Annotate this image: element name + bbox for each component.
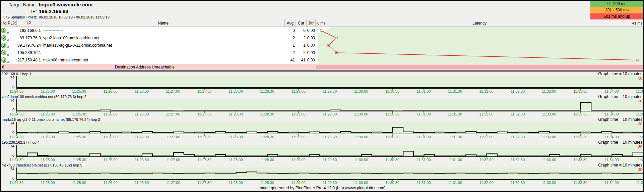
hop-graph-hop1[interactable]: 192.168.0.1 hop 1Graph time = 10 minutes… <box>1 71 643 94</box>
plot-area[interactable]: 30 <box>16 99 643 111</box>
time-axis-label: 11:26.00 <box>103 89 117 93</box>
time-axis-label: 11:29.30 <box>323 89 337 93</box>
time-axis-label: 11:25.00 <box>41 89 55 93</box>
target-name-value: logon3.wowcircle.com <box>39 2 92 7</box>
hop-ip: 192.168.0.1 <box>17 27 42 34</box>
time-axis-label: 11:33.30 <box>573 181 587 185</box>
hop-jitter: 0,00 <box>307 34 316 42</box>
latency-chart[interactable] <box>318 27 643 64</box>
time-axis-label: 11:27.00 <box>166 112 180 116</box>
y-axis-max-label: 74 <box>10 144 14 148</box>
hop-graph-hop2[interactable]: vpn2-loop100.omsk.corbina.net (89.179.76… <box>1 94 643 117</box>
hop-jitter: 0,00 <box>307 27 316 34</box>
hop-graph-hop4[interactable]: 195.239.162.177 hop 4Graph time = 10 min… <box>1 140 643 163</box>
unreachable-message: Destination Address Unreachable <box>1 64 289 70</box>
latency-step-line <box>17 145 643 156</box>
bar-chart-icon <box>7 38 11 41</box>
hop-name: mskn08.transtelecom.net <box>42 56 285 64</box>
time-axis-label: 11:25.00 <box>41 135 55 139</box>
latency-step-line <box>17 76 643 88</box>
time-axis-label: 11:27.30 <box>197 181 211 185</box>
hop-graph-title: 192.168.0.1 hop 1 <box>2 71 31 76</box>
column-header-cur[interactable]: Cur <box>296 19 307 27</box>
time-axis-label: 11:33.30 <box>573 135 587 139</box>
time-axis-label: 11:32.00 <box>479 181 493 185</box>
time-axis-label: 11:30.00 <box>354 181 368 185</box>
time-axis-label: 11:27.00 <box>166 89 180 93</box>
column-header-jttr[interactable]: Jttr <box>307 19 316 27</box>
time-axis-label: 11:33.00 <box>542 89 556 93</box>
time-axis-label: 11:34.30 <box>636 89 643 93</box>
hop-graph-title: marks18-ag-gi1-0-11.omsk.corbina.net (89… <box>2 117 100 122</box>
time-axis: 11:24.3011:25.0011:25.3011:26.0011:26.30… <box>1 111 643 117</box>
time-axis-label: 11:28.00 <box>229 89 243 93</box>
time-axis-label: 11:27.00 <box>166 158 180 162</box>
hop-cur: 41 <box>296 56 307 64</box>
column-header-pl[interactable]: PL% <box>7 19 17 27</box>
unreachable-row[interactable]: 6 Destination Address Unreachable <box>1 64 643 70</box>
column-header-avg[interactable]: Avg <box>285 19 296 27</box>
latency-column-header: 0 ms Latency 41 ms <box>316 19 643 27</box>
target-name-line: Target Name: logon3.wowcircle.com <box>1 2 92 7</box>
plot-area[interactable]: 30 <box>16 76 643 89</box>
time-axis-label: 11:29.00 <box>291 112 305 116</box>
time-axis-label: 11:33.30 <box>573 89 587 93</box>
hop-jitter: 0,00 <box>307 49 316 56</box>
time-axis-label: 11:31.00 <box>416 89 431 93</box>
target-header: Target Name: logon3.wowcircle.com IP: 18… <box>1 1 336 19</box>
time-axis-label: 11:26.00 <box>103 181 117 185</box>
time-axis-label: 11:33.00 <box>542 112 556 116</box>
unreachable-row-left: 6 Destination Address Unreachable <box>1 64 316 70</box>
time-axis-label: 11:32.00 <box>479 135 493 139</box>
hop-ip: 217.150.48.1 <box>17 56 42 64</box>
time-axis-label: 11:28.30 <box>260 112 274 116</box>
time-axis-label: 11:27.30 <box>197 112 211 116</box>
ip-label: IP: <box>1 9 37 14</box>
hop-graph-label-row: mskn08.transtelecom.net (217.150.48.182)… <box>1 163 643 167</box>
hop-cell: 4 <box>1 49 17 56</box>
graph-time-label: Graph time = 10 minutes <box>598 71 642 76</box>
hop-graph-label-row: 195.239.162.177 hop 4Graph time = 10 min… <box>1 140 643 145</box>
time-axis-label: 11:31.30 <box>448 89 462 93</box>
column-header-hop[interactable]: Hop <box>1 19 7 27</box>
hop-graph-hop5[interactable]: mskn08.transtelecom.net (217.150.48.182)… <box>1 163 643 186</box>
column-header-ip[interactable]: IP <box>17 19 42 27</box>
time-axis-label: 11:27.00 <box>166 135 180 139</box>
time-axis-label: 11:28.00 <box>229 158 243 162</box>
hop-avg: 2 <box>285 49 296 56</box>
bar-chart-icon <box>7 45 11 48</box>
time-axis-label: 11:30.30 <box>385 112 399 116</box>
time-axis-label: 11:26.30 <box>135 158 149 162</box>
plot-area[interactable]: 30 <box>16 122 643 134</box>
hop-graph-plot: 74030 <box>1 145 643 157</box>
time-axis-label: 11:29.00 <box>291 89 305 93</box>
time-axis-label: 11:29.00 <box>291 158 305 162</box>
time-axis-label: 11:32.30 <box>511 181 525 185</box>
bar-chart-icon <box>7 60 11 63</box>
hop-jitter: 0,00 <box>307 56 316 64</box>
time-axis-label: 11:28.30 <box>260 89 274 93</box>
hop-cur: 0 <box>296 27 307 34</box>
time-axis-label: 11:25.30 <box>72 112 86 116</box>
column-header-name[interactable]: Name <box>42 19 285 27</box>
time-axis-label: 11:33.00 <box>542 135 556 139</box>
hop-graph-title: 195.239.162.177 hop 4 <box>2 140 40 145</box>
time-axis-label: 11:33.00 <box>542 181 556 185</box>
time-axis-label: 11:24.30 <box>9 158 23 162</box>
hop-ip: 89.179.76.3 <box>17 34 42 42</box>
time-axis-label: 11:31.30 <box>448 135 462 139</box>
current-value-label: 30 <box>638 99 642 103</box>
plot-area[interactable]: 30 <box>16 145 643 157</box>
time-axis-label: 11:32.00 <box>479 89 493 93</box>
time-axis-label: 11:31.30 <box>448 158 462 162</box>
legend-item-2: 501 ms and up <box>590 13 643 20</box>
plot-area[interactable]: 30 <box>16 167 643 180</box>
hop-ip: 195.239.162. <box>17 49 42 56</box>
hop-name: marks18-ag-gi1-0-11.omsk.corbina.net <box>42 42 285 49</box>
hop-graph-hop3[interactable]: marks18-ag-gi1-0-11.omsk.corbina.net (89… <box>1 117 643 140</box>
hop-number-badge: 2 <box>1 35 6 41</box>
hop-cell: 2 <box>1 34 17 42</box>
time-axis-label: 11:30.30 <box>385 89 399 93</box>
y-axis-max-label: 74 <box>10 167 14 171</box>
generator-credit: Image generated by PingPlotter Pro 4.12.… <box>1 186 643 191</box>
